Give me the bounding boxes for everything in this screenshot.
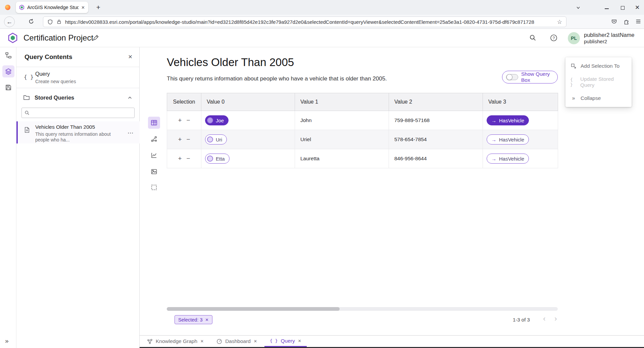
menu-item-update-stored-query[interactable]: { } Update Stored Query xyxy=(565,74,632,90)
next-page-button[interactable]: › xyxy=(551,314,560,324)
query-item-title: Query xyxy=(35,71,50,77)
menu-icon[interactable] xyxy=(635,18,641,24)
chart-view-icon[interactable] xyxy=(148,149,160,161)
entity-pill[interactable]: Etta xyxy=(205,154,230,164)
table-row[interactable]: +−EttaLauretta846-956-8644→HasVehicle xyxy=(167,149,558,168)
layers-icon[interactable] xyxy=(2,65,14,77)
new-tab-button[interactable]: + xyxy=(94,3,103,12)
menu-item-collapse[interactable]: » Collapse xyxy=(565,90,632,106)
map-view-icon[interactable] xyxy=(148,166,160,178)
column-header[interactable]: Value 3 xyxy=(483,93,558,111)
maximize-button[interactable] xyxy=(619,4,626,11)
link-chart-view-icon[interactable] xyxy=(148,133,160,145)
tab-query[interactable]: { } Query ✕ xyxy=(264,336,307,347)
stored-queries-search[interactable] xyxy=(21,108,135,118)
bookmark-star-icon[interactable]: ☆ xyxy=(557,18,562,25)
select-tool-icon[interactable] xyxy=(148,181,160,193)
tab-label: Knowledge Graph xyxy=(156,338,197,344)
scrollbar-thumb[interactable] xyxy=(167,307,340,311)
remove-from-selection-button[interactable]: − xyxy=(187,155,190,162)
stored-queries-title: Stored Queries xyxy=(35,95,74,101)
address-field[interactable]: https://dev0028833.esri.com/portal/apps/… xyxy=(43,16,566,27)
table-row[interactable]: +−JoeJohn759-889-57168→HasVehicle xyxy=(167,111,558,130)
browser-tab-bar: ArcGIS Knowledge Studio ✕ + ✕ xyxy=(0,0,644,15)
braces-icon: { } xyxy=(570,77,577,87)
braces-icon: { } xyxy=(24,74,34,80)
entity-dot-icon xyxy=(207,136,213,142)
query-contents-panel: Query Contents ✕ { } Query Create new qu… xyxy=(16,47,140,348)
search-input[interactable] xyxy=(32,110,132,116)
close-window-button[interactable]: ✕ xyxy=(634,4,641,11)
svg-text:?: ? xyxy=(553,36,555,41)
more-options-icon[interactable]: ⋯ xyxy=(128,129,134,136)
close-panel-icon[interactable]: ✕ xyxy=(128,54,133,60)
back-button[interactable]: ← xyxy=(4,16,15,27)
edit-title-icon[interactable] xyxy=(93,35,99,41)
stored-query-item[interactable]: Vehicles Older Than 2005 This query retu… xyxy=(16,121,140,143)
pocket-icon[interactable] xyxy=(611,18,617,24)
help-icon[interactable]: ? xyxy=(550,34,557,42)
column-header[interactable]: Value 0 xyxy=(201,93,295,111)
add-to-selection-button[interactable]: + xyxy=(178,117,182,124)
query-item-desc: Create new queries xyxy=(35,79,76,84)
folder-icon xyxy=(23,94,30,101)
stored-queries-header[interactable]: Stored Queries xyxy=(16,88,139,108)
add-to-selection-button[interactable]: + xyxy=(178,136,182,143)
user-info: publisher2 lastName publisher2 xyxy=(584,32,634,45)
relationship-pill[interactable]: →HasVehicle xyxy=(487,134,529,144)
menu-item-add-selection-to[interactable]: Add Selection To xyxy=(565,58,632,74)
tab-knowledge-graph[interactable]: Knowledge Graph ✕ xyxy=(142,336,209,347)
close-tab-icon[interactable]: ✕ xyxy=(298,339,301,343)
show-query-box-toggle[interactable]: Show Query Box xyxy=(502,71,558,83)
value-cell: 759-889-57168 xyxy=(389,111,483,130)
column-header[interactable]: Selection xyxy=(167,93,201,111)
chevron-up-icon[interactable] xyxy=(127,95,133,101)
remove-from-selection-button[interactable]: − xyxy=(187,136,190,143)
save-icon[interactable] xyxy=(2,81,14,94)
toggle-switch[interactable] xyxy=(506,74,518,80)
tracking-protection-icon[interactable] xyxy=(47,19,53,25)
entity-cell: Etta xyxy=(201,149,295,168)
list-tabs-icon[interactable] xyxy=(575,4,582,11)
table-row[interactable]: +−UriUriel578-654-7854→HasVehicle xyxy=(167,130,558,149)
search-icon[interactable] xyxy=(529,34,536,41)
relationship-pill[interactable]: →HasVehicle xyxy=(487,115,529,125)
expand-rail-icon[interactable]: » xyxy=(5,337,9,345)
browser-tab[interactable]: ArcGIS Knowledge Studio ✕ xyxy=(16,2,88,13)
relationship-pill[interactable]: →HasVehicle xyxy=(487,154,529,164)
close-tab-icon[interactable]: ✕ xyxy=(254,339,257,344)
new-query-item[interactable]: { } Query Create new queries xyxy=(16,67,139,88)
value-cell: Uriel xyxy=(295,130,389,149)
tab-close-icon[interactable]: ✕ xyxy=(81,5,85,10)
url-text[interactable]: https://dev0028833.esri.com/portal/apps/… xyxy=(65,19,554,25)
user-name: publisher2 lastName xyxy=(584,32,634,38)
entity-pill[interactable]: Uri xyxy=(205,134,227,144)
search-icon xyxy=(24,110,30,115)
extensions-icon[interactable] xyxy=(624,18,630,24)
table-view-icon[interactable] xyxy=(148,117,160,129)
user-avatar[interactable]: PL xyxy=(568,32,580,44)
minimize-button[interactable] xyxy=(603,4,610,11)
app-header: Certification Project ? PL publisher2 la… xyxy=(0,29,644,47)
column-header[interactable]: Value 1 xyxy=(295,93,389,111)
arrow-right-icon: → xyxy=(491,156,496,162)
tab-title: ArcGIS Knowledge Studio xyxy=(27,5,79,10)
selected-count-chip[interactable]: Selected: 3 ✕ xyxy=(175,315,212,324)
left-rail: » xyxy=(0,47,16,348)
column-header[interactable]: Value 2 xyxy=(389,93,483,111)
tab-dashboard[interactable]: Dashboard ✕ xyxy=(211,336,262,347)
clear-selection-icon[interactable]: ✕ xyxy=(205,317,209,322)
entity-pill[interactable]: Joe xyxy=(205,115,229,125)
close-tab-icon[interactable]: ✕ xyxy=(200,339,204,344)
reload-button[interactable] xyxy=(28,18,34,24)
firefox-icon[interactable] xyxy=(5,5,10,10)
previous-page-button[interactable]: ‹ xyxy=(540,314,549,324)
browser-url-bar: ← https://dev0028833.esri.com/portal/app… xyxy=(0,15,644,29)
data-model-icon[interactable] xyxy=(2,49,14,61)
add-to-selection-button[interactable]: + xyxy=(178,155,182,162)
panel-header: Query Contents ✕ xyxy=(16,47,139,67)
remove-from-selection-button[interactable]: − xyxy=(187,117,190,124)
selection-cell: +− xyxy=(167,149,201,168)
horizontal-scrollbar[interactable] xyxy=(167,307,558,311)
lock-icon[interactable] xyxy=(56,19,62,24)
